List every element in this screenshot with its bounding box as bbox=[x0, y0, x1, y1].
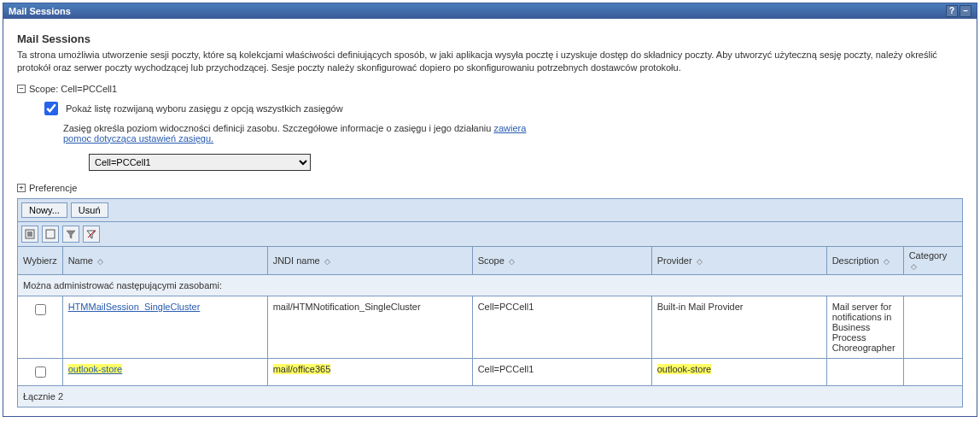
delete-button[interactable]: Usuń bbox=[71, 202, 108, 218]
clear-filter-icon[interactable] bbox=[83, 226, 100, 243]
filter-icon[interactable] bbox=[62, 226, 79, 243]
col-jndi[interactable]: JNDI name ◇ bbox=[267, 246, 472, 274]
window-title: Mail Sessions bbox=[9, 6, 71, 16]
collapse-icon[interactable]: − bbox=[17, 85, 26, 93]
scope-help-text: Zasięg określa poziom widoczności defini… bbox=[63, 123, 493, 133]
scope-help-link2[interactable]: pomoc dotycząca ustawień zasięgu. bbox=[63, 133, 213, 144]
col-name[interactable]: Name ◇ bbox=[62, 246, 267, 274]
row-provider: Built-in Mail Provider bbox=[651, 296, 826, 358]
row-category bbox=[903, 296, 962, 358]
row-description: Mail server for notifications in Busines… bbox=[826, 296, 903, 358]
help-icon[interactable]: ? bbox=[946, 5, 958, 17]
table-footer: Łącznie 2 bbox=[18, 385, 963, 407]
scope-checkbox-row: Pokaż listę rozwijaną wyboru zasięgu z o… bbox=[41, 99, 963, 118]
subhead-text: Można administrować następującymi zasoba… bbox=[18, 274, 963, 296]
scope-section: − Scope: Cell=PCCell1 Pokaż listę rozwij… bbox=[17, 84, 963, 174]
svg-rect-1 bbox=[27, 232, 32, 237]
footer-text: Łącznie 2 bbox=[18, 385, 963, 407]
row-category bbox=[903, 358, 962, 385]
button-bar: Nowy... Usuń bbox=[17, 198, 963, 222]
titlebar-controls: ? – bbox=[946, 5, 971, 17]
col-category[interactable]: Category ◇ bbox=[903, 246, 962, 274]
content: Mail Sessions Ta strona umożliwia utworz… bbox=[3, 19, 977, 416]
col-select: Wybierz bbox=[18, 246, 63, 274]
row-checkbox[interactable] bbox=[35, 366, 46, 378]
col-provider[interactable]: Provider ◇ bbox=[651, 246, 826, 274]
new-button[interactable]: Nowy... bbox=[21, 202, 67, 218]
prefs-label: Preferencje bbox=[29, 183, 77, 193]
svg-line-3 bbox=[88, 231, 95, 237]
row-jndi: mail/HTMNotification_SingleCluster bbox=[267, 296, 472, 358]
col-description[interactable]: Description ◇ bbox=[826, 246, 903, 274]
row-name-link[interactable]: outlook-store bbox=[68, 364, 123, 374]
scope-inner: Pokaż listę rozwijaną wyboru zasięgu z o… bbox=[41, 99, 963, 174]
col-scope[interactable]: Scope ◇ bbox=[472, 246, 651, 274]
window: Mail Sessions ? – Mail Sessions Ta stron… bbox=[3, 3, 977, 417]
sort-icon: ◇ bbox=[911, 262, 917, 271]
scope-help-link1[interactable]: zawiera bbox=[493, 123, 526, 133]
page-description: Ta strona umożliwia utworzenie sesji poc… bbox=[17, 49, 963, 75]
scope-checkbox[interactable] bbox=[44, 102, 58, 115]
page-title: Mail Sessions bbox=[17, 32, 963, 45]
minimize-icon[interactable]: – bbox=[960, 5, 971, 17]
row-scope: Cell=PCCell1 bbox=[472, 296, 651, 358]
sort-icon: ◇ bbox=[324, 257, 330, 266]
row-description bbox=[826, 358, 903, 385]
table-subhead: Można administrować następującymi zasoba… bbox=[18, 274, 963, 296]
sort-icon: ◇ bbox=[97, 257, 103, 266]
sort-icon: ◇ bbox=[509, 257, 515, 266]
row-name-link[interactable]: HTMMailSession_SingleCluster bbox=[68, 302, 201, 312]
scope-select[interactable]: Cell=PCCell1 bbox=[89, 154, 311, 171]
prefs-row: + Preferencje bbox=[17, 183, 963, 193]
scope-help: Zasięg określa poziom widoczności defini… bbox=[63, 123, 963, 144]
select-all-icon[interactable] bbox=[21, 226, 38, 243]
deselect-all-icon[interactable] bbox=[42, 226, 59, 243]
table-row: HTMMailSession_SingleCluster mail/HTMNot… bbox=[18, 296, 963, 358]
row-scope: Cell=PCCell1 bbox=[472, 358, 651, 385]
row-jndi: mail/office365 bbox=[273, 364, 331, 374]
data-table: Wybierz Name ◇ JNDI name ◇ Scope ◇ Provi… bbox=[17, 246, 963, 407]
row-provider: outlook-store bbox=[657, 364, 712, 374]
sort-icon: ◇ bbox=[697, 257, 703, 266]
sort-icon: ◇ bbox=[884, 257, 890, 266]
scope-label: Scope: Cell=PCCell1 bbox=[29, 84, 117, 94]
row-checkbox[interactable] bbox=[35, 304, 46, 315]
table-header-row: Wybierz Name ◇ JNDI name ◇ Scope ◇ Provi… bbox=[18, 246, 963, 274]
svg-rect-2 bbox=[46, 230, 55, 238]
table-row: outlook-store mail/office365 Cell=PCCell… bbox=[18, 358, 963, 385]
titlebar: Mail Sessions ? – bbox=[3, 3, 977, 19]
table-wrapper: Nowy... Usuń Wy bbox=[17, 198, 963, 407]
scope-toggle-row: − Scope: Cell=PCCell1 bbox=[17, 84, 963, 94]
icon-bar bbox=[17, 222, 963, 246]
scope-checkbox-label: Pokaż listę rozwijaną wyboru zasięgu z o… bbox=[66, 103, 343, 114]
expand-icon[interactable]: + bbox=[17, 184, 26, 192]
